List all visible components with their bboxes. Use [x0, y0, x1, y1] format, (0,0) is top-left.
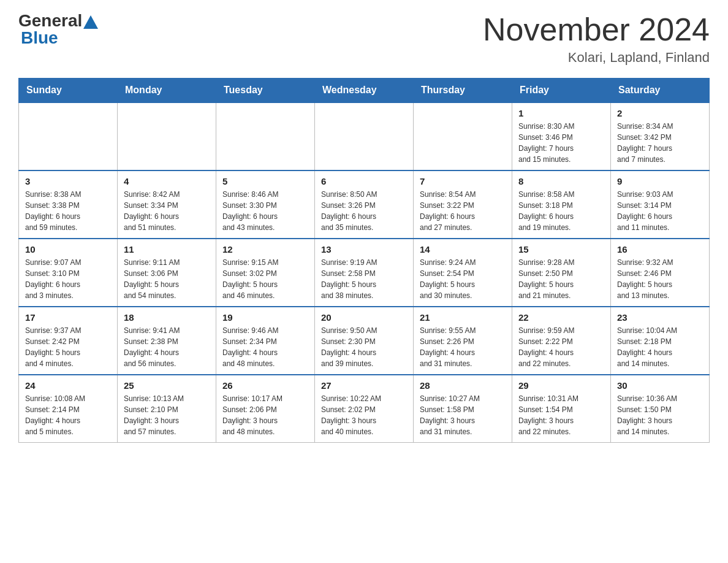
day-number: 2 [617, 108, 703, 118]
calendar-cell: 20Sunrise: 9:50 AM Sunset: 2:30 PM Dayli… [315, 307, 414, 375]
day-number: 5 [222, 176, 308, 186]
calendar-cell [315, 102, 414, 170]
day-number: 30 [617, 380, 703, 391]
calendar-cell: 30Sunrise: 10:36 AM Sunset: 1:50 PM Dayl… [611, 375, 710, 443]
calendar-cell: 22Sunrise: 9:59 AM Sunset: 2:22 PM Dayli… [512, 307, 611, 375]
calendar-cell: 19Sunrise: 9:46 AM Sunset: 2:34 PM Dayli… [216, 307, 315, 375]
calendar-week-row: 1Sunrise: 8:30 AM Sunset: 3:46 PM Daylig… [19, 102, 710, 170]
calendar-header-saturday: Saturday [611, 79, 710, 103]
calendar-cell: 25Sunrise: 10:13 AM Sunset: 2:10 PM Dayl… [118, 375, 216, 443]
calendar-cell: 2Sunrise: 8:34 AM Sunset: 3:42 PM Daylig… [611, 102, 710, 170]
day-info: Sunrise: 9:50 AM Sunset: 2:30 PM Dayligh… [321, 325, 407, 369]
logo-general: General [18, 12, 82, 29]
location-subtitle: Kolari, Lapland, Finland [483, 50, 710, 66]
day-info: Sunrise: 9:55 AM Sunset: 2:26 PM Dayligh… [420, 325, 506, 369]
calendar-week-row: 24Sunrise: 10:08 AM Sunset: 2:14 PM Dayl… [19, 375, 710, 443]
logo-triangle-icon [83, 15, 98, 29]
day-number: 10 [25, 244, 111, 255]
day-info: Sunrise: 9:07 AM Sunset: 3:10 PM Dayligh… [25, 257, 111, 301]
day-number: 15 [518, 244, 604, 255]
page-header: General Blue November 2024 Kolari, Lapla… [18, 12, 710, 66]
day-number: 26 [222, 380, 308, 391]
day-info: Sunrise: 9:32 AM Sunset: 2:46 PM Dayligh… [617, 257, 703, 301]
calendar-cell: 26Sunrise: 10:17 AM Sunset: 2:06 PM Dayl… [216, 375, 315, 443]
day-number: 6 [321, 176, 407, 186]
day-info: Sunrise: 9:24 AM Sunset: 2:54 PM Dayligh… [420, 257, 506, 301]
calendar-header-thursday: Thursday [414, 79, 512, 103]
day-info: Sunrise: 10:04 AM Sunset: 2:18 PM Daylig… [617, 325, 703, 369]
calendar-cell: 21Sunrise: 9:55 AM Sunset: 2:26 PM Dayli… [414, 307, 512, 375]
calendar-cell: 16Sunrise: 9:32 AM Sunset: 2:46 PM Dayli… [611, 239, 710, 307]
day-info: Sunrise: 9:03 AM Sunset: 3:14 PM Dayligh… [617, 189, 703, 233]
calendar-cell: 7Sunrise: 8:54 AM Sunset: 3:22 PM Daylig… [414, 170, 512, 239]
calendar-cell: 29Sunrise: 10:31 AM Sunset: 1:54 PM Dayl… [512, 375, 611, 443]
month-title: November 2024 [483, 12, 710, 47]
day-info: Sunrise: 9:19 AM Sunset: 2:58 PM Dayligh… [321, 257, 407, 301]
day-number: 8 [518, 176, 604, 186]
day-info: Sunrise: 9:15 AM Sunset: 3:02 PM Dayligh… [222, 257, 308, 301]
calendar-cell: 3Sunrise: 8:38 AM Sunset: 3:38 PM Daylig… [19, 170, 118, 239]
calendar-cell [414, 102, 512, 170]
day-number: 12 [222, 244, 308, 255]
logo-blue: Blue [21, 28, 58, 47]
day-number: 19 [222, 312, 308, 323]
calendar-header-wednesday: Wednesday [315, 79, 414, 103]
calendar-header-monday: Monday [118, 79, 216, 103]
calendar-cell: 14Sunrise: 9:24 AM Sunset: 2:54 PM Dayli… [414, 239, 512, 307]
calendar-cell: 12Sunrise: 9:15 AM Sunset: 3:02 PM Dayli… [216, 239, 315, 307]
day-number: 20 [321, 312, 407, 323]
day-info: Sunrise: 10:31 AM Sunset: 1:54 PM Daylig… [518, 393, 604, 437]
calendar-cell: 5Sunrise: 8:46 AM Sunset: 3:30 PM Daylig… [216, 170, 315, 239]
calendar-cell [118, 102, 216, 170]
day-number: 25 [124, 380, 210, 391]
day-number: 11 [124, 244, 210, 255]
day-info: Sunrise: 8:34 AM Sunset: 3:42 PM Dayligh… [617, 121, 703, 165]
day-number: 18 [124, 312, 210, 323]
day-info: Sunrise: 9:37 AM Sunset: 2:42 PM Dayligh… [25, 325, 111, 369]
day-info: Sunrise: 10:22 AM Sunset: 2:02 PM Daylig… [321, 393, 407, 437]
day-info: Sunrise: 8:38 AM Sunset: 3:38 PM Dayligh… [25, 189, 111, 233]
calendar-header-sunday: Sunday [19, 79, 118, 103]
day-info: Sunrise: 9:28 AM Sunset: 2:50 PM Dayligh… [518, 257, 604, 301]
calendar-cell: 24Sunrise: 10:08 AM Sunset: 2:14 PM Dayl… [19, 375, 118, 443]
calendar-week-row: 10Sunrise: 9:07 AM Sunset: 3:10 PM Dayli… [19, 239, 710, 307]
day-info: Sunrise: 8:30 AM Sunset: 3:46 PM Dayligh… [518, 121, 604, 165]
day-info: Sunrise: 9:11 AM Sunset: 3:06 PM Dayligh… [124, 257, 210, 301]
day-info: Sunrise: 8:42 AM Sunset: 3:34 PM Dayligh… [124, 189, 210, 233]
day-number: 16 [617, 244, 703, 255]
day-number: 24 [25, 380, 111, 391]
calendar-cell: 6Sunrise: 8:50 AM Sunset: 3:26 PM Daylig… [315, 170, 414, 239]
day-number: 13 [321, 244, 407, 255]
day-number: 17 [25, 312, 111, 323]
calendar-table: SundayMondayTuesdayWednesdayThursdayFrid… [18, 78, 710, 443]
calendar-header-tuesday: Tuesday [216, 79, 315, 103]
calendar-cell: 28Sunrise: 10:27 AM Sunset: 1:58 PM Dayl… [414, 375, 512, 443]
day-info: Sunrise: 8:54 AM Sunset: 3:22 PM Dayligh… [420, 189, 506, 233]
calendar-header-row: SundayMondayTuesdayWednesdayThursdayFrid… [19, 79, 710, 103]
day-info: Sunrise: 8:50 AM Sunset: 3:26 PM Dayligh… [321, 189, 407, 233]
calendar-cell: 18Sunrise: 9:41 AM Sunset: 2:38 PM Dayli… [118, 307, 216, 375]
calendar-week-row: 17Sunrise: 9:37 AM Sunset: 2:42 PM Dayli… [19, 307, 710, 375]
day-info: Sunrise: 10:36 AM Sunset: 1:50 PM Daylig… [617, 393, 703, 437]
day-number: 21 [420, 312, 506, 323]
logo: General Blue [18, 12, 99, 48]
title-section: November 2024 Kolari, Lapland, Finland [483, 12, 710, 66]
day-number: 9 [617, 176, 703, 186]
day-info: Sunrise: 10:27 AM Sunset: 1:58 PM Daylig… [420, 393, 506, 437]
day-number: 7 [420, 176, 506, 186]
calendar-cell: 11Sunrise: 9:11 AM Sunset: 3:06 PM Dayli… [118, 239, 216, 307]
day-number: 29 [518, 380, 604, 391]
day-number: 3 [25, 176, 111, 186]
calendar-header-friday: Friday [512, 79, 611, 103]
day-info: Sunrise: 9:59 AM Sunset: 2:22 PM Dayligh… [518, 325, 604, 369]
day-number: 1 [518, 108, 604, 118]
day-info: Sunrise: 10:08 AM Sunset: 2:14 PM Daylig… [25, 393, 111, 437]
calendar-cell: 10Sunrise: 9:07 AM Sunset: 3:10 PM Dayli… [19, 239, 118, 307]
calendar-cell: 23Sunrise: 10:04 AM Sunset: 2:18 PM Dayl… [611, 307, 710, 375]
calendar-cell: 1Sunrise: 8:30 AM Sunset: 3:46 PM Daylig… [512, 102, 611, 170]
calendar-cell: 15Sunrise: 9:28 AM Sunset: 2:50 PM Dayli… [512, 239, 611, 307]
day-number: 28 [420, 380, 506, 391]
day-number: 27 [321, 380, 407, 391]
day-number: 22 [518, 312, 604, 323]
day-number: 14 [420, 244, 506, 255]
